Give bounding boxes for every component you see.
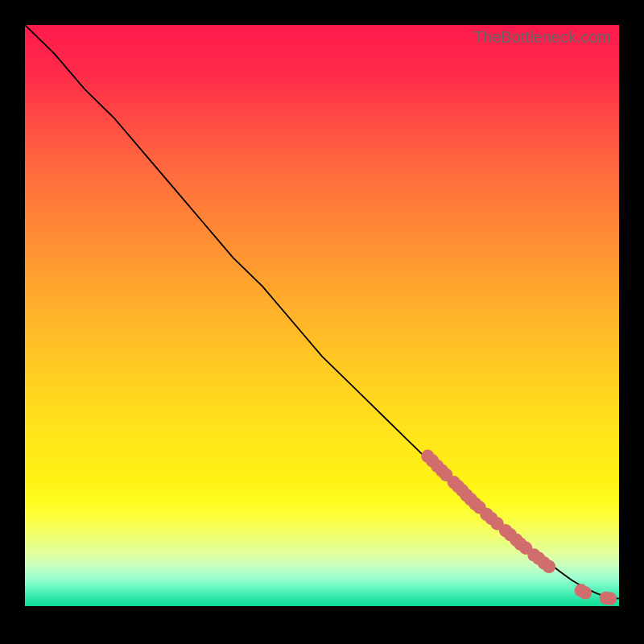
data-marker: [579, 586, 592, 599]
data-marker: [543, 560, 555, 573]
data-markers: [421, 450, 617, 605]
chart-overlay: [25, 25, 619, 606]
watermark-text: TheBottleneck.com: [473, 28, 611, 47]
data-marker: [604, 592, 617, 605]
main-curve: [25, 25, 619, 599]
chart-frame: TheBottleneck.com: [25, 25, 619, 619]
